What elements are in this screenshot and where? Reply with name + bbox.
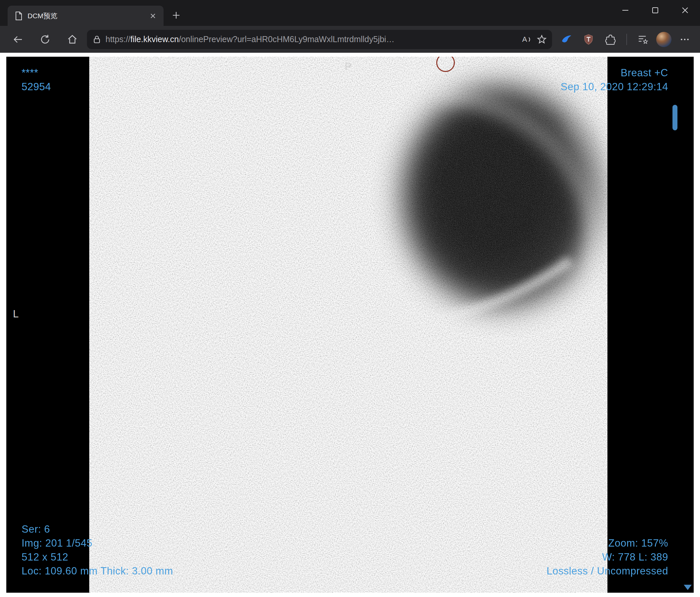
toolbar: https://file.kkview.cn/onlinePreview?url… (0, 26, 700, 53)
image-matrix: 512 x 512 (22, 550, 173, 564)
study-datetime: Sep 10, 2020 12:29:14 (561, 80, 668, 94)
maximize-button[interactable] (640, 0, 670, 21)
slice-location: Loc: 109.60 mm Thick: 3.00 mm (22, 564, 173, 578)
scroll-indicator[interactable] (672, 105, 677, 130)
zoom-level: Zoom: 157% (547, 536, 668, 550)
tab-strip: DCM预览 (0, 0, 700, 26)
display-info: Zoom: 157% W: 778 L: 389 Lossless / Unco… (547, 536, 668, 578)
tab-dcm-preview[interactable]: DCM预览 (8, 6, 164, 26)
favorites-bar-icon[interactable] (634, 31, 652, 48)
document-icon (14, 11, 23, 21)
refresh-button[interactable] (36, 31, 54, 48)
patient-name-masked: **** (22, 66, 51, 80)
dicom-canvas[interactable]: **** 52954 Breast +C Sep 10, 2020 12:29:… (6, 57, 694, 593)
toolbar-divider (626, 34, 627, 45)
browser-window: DCM预览 (0, 0, 700, 597)
window-controls (610, 0, 700, 21)
extensions-area (558, 31, 693, 48)
image-number: Img: 201 1/545 (22, 536, 173, 550)
window-level: W: 778 L: 389 (547, 550, 668, 564)
url-path: /onlinePreview?url=aHR0cHM6Ly9maWxlLmtrd… (179, 34, 395, 44)
lock-icon (93, 35, 101, 44)
url-scheme: https:// (105, 34, 130, 44)
profile-avatar[interactable] (656, 32, 672, 47)
read-aloud-icon[interactable]: A (519, 32, 534, 47)
minimize-button[interactable] (610, 0, 640, 21)
tab-title: DCM预览 (28, 11, 147, 21)
favorite-star-icon[interactable] (534, 32, 549, 47)
orientation-marker-left: L (13, 308, 19, 320)
patient-info: **** 52954 (22, 66, 51, 94)
orientation-marker-posterior: P (345, 61, 352, 73)
address-bar[interactable]: https://file.kkview.cn/onlinePreview?url… (87, 30, 552, 49)
study-info: Breast +C Sep 10, 2020 12:29:14 (561, 66, 668, 94)
mri-image (6, 57, 694, 593)
home-button[interactable] (64, 31, 81, 48)
scroll-down-arrow-icon[interactable] (684, 585, 692, 590)
page-content: **** 52954 Breast +C Sep 10, 2020 12:29:… (0, 53, 700, 597)
extensions-puzzle-icon[interactable] (602, 31, 619, 48)
nav-buttons (9, 31, 81, 48)
compression-info: Lossless / Uncompressed (547, 564, 668, 578)
svg-text:A: A (522, 35, 527, 44)
study-description: Breast +C (561, 66, 668, 80)
url-text: https://file.kkview.cn/onlinePreview?url… (105, 34, 519, 44)
swallow-extension-icon[interactable] (558, 31, 575, 48)
series-info: Ser: 6 Img: 201 1/545 512 x 512 Loc: 109… (22, 522, 173, 578)
tab-close-icon[interactable] (147, 10, 159, 22)
series-number: Ser: 6 (22, 522, 173, 536)
back-button[interactable] (9, 31, 27, 48)
close-button[interactable] (670, 0, 700, 21)
shield-t-extension-icon[interactable] (580, 31, 597, 48)
patient-id: 52954 (22, 80, 51, 94)
settings-menu-icon[interactable] (676, 31, 693, 48)
new-tab-button[interactable] (169, 8, 183, 23)
url-domain: file.kkview.cn (130, 34, 179, 44)
